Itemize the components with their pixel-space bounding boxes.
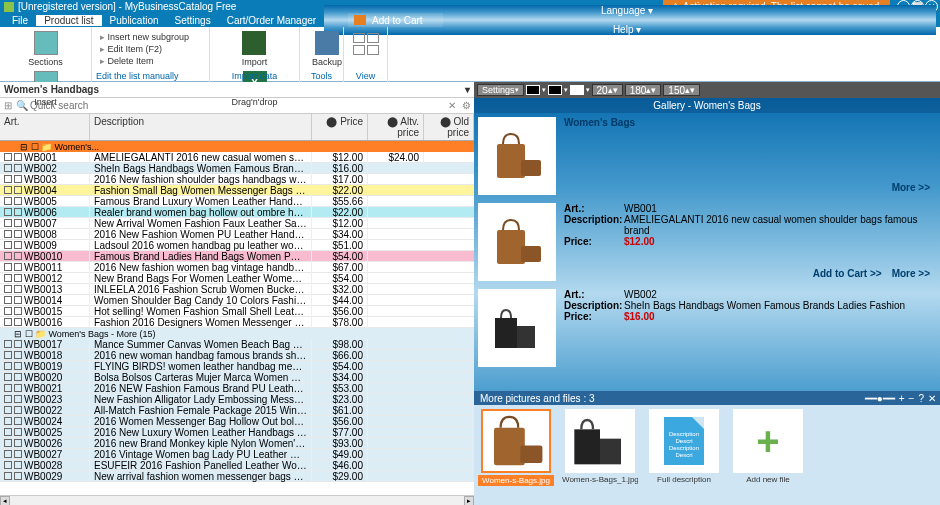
- language-menu[interactable]: Language ▾: [601, 5, 653, 16]
- color-swatch[interactable]: [526, 85, 540, 95]
- table-row[interactable]: WB00252016 New Luxury Women Leather Hand…: [0, 427, 474, 438]
- table-row[interactable]: WB00242016 Women Messenger Bag Hollow Ou…: [0, 416, 474, 427]
- h-scrollbar[interactable]: ◂ ▸: [0, 495, 474, 505]
- insert-subgroup-item[interactable]: Insert new subgroup: [100, 31, 189, 43]
- table-row[interactable]: WB0015Hot selling! Women Fashion Small S…: [0, 306, 474, 317]
- zoom-slider[interactable]: ━━●━━: [865, 393, 895, 404]
- thumb-item[interactable]: Description Descri Description DescriFul…: [646, 409, 722, 501]
- view-opt-icon[interactable]: [353, 33, 365, 43]
- expand-all-icon[interactable]: ⊞: [2, 100, 14, 112]
- gallery-thumb[interactable]: [478, 203, 556, 281]
- menu-settings[interactable]: Settings: [167, 15, 219, 26]
- table-row[interactable]: WB0032016 New fashion shoulder bags hand…: [0, 174, 474, 185]
- col-price[interactable]: ⬤ Price: [312, 114, 368, 140]
- table-row[interactable]: WB0010Famous Brand Ladies Hand Bags Wome…: [0, 251, 474, 262]
- table-row[interactable]: WB0022All-Match Fashion Female Package 2…: [0, 405, 474, 416]
- section-row[interactable]: ⊟ ☐ 📁 Women's Bags - More (15): [0, 328, 474, 339]
- spin-input[interactable]: 150 ▴▾: [663, 84, 700, 96]
- svg-rect-0: [497, 144, 525, 178]
- clear-search-icon[interactable]: ✕: [446, 100, 458, 112]
- thumb-item[interactable]: Women-s-Bags.jpg: [478, 409, 554, 501]
- col-old-price[interactable]: ⬤ Old price: [424, 114, 474, 140]
- table-row[interactable]: WB0012New Brand Bags For Women Leather W…: [0, 273, 474, 284]
- category-header[interactable]: Women's Handbags: [0, 82, 474, 98]
- ribbon: Sections Insert Insert new subgroup Edit…: [0, 27, 940, 82]
- table-row[interactable]: WB007New Arrival Women Fashion Faux Leat…: [0, 218, 474, 229]
- spin-input[interactable]: 180 ▴▾: [625, 84, 662, 96]
- thumbs-header: More pictures and files : 3 ━━●━━ + − ? …: [474, 391, 940, 405]
- menu-publication[interactable]: Publication: [102, 15, 167, 26]
- table-row[interactable]: WB005Famous Brand Luxury Women Leather H…: [0, 196, 474, 207]
- group-tools-label: Tools: [300, 71, 343, 81]
- table-row[interactable]: WB0023New Fashion Alligator Lady Embossi…: [0, 394, 474, 405]
- table-row[interactable]: WB002SheIn Bags Handbags Women Famous Br…: [0, 163, 474, 174]
- table-row[interactable]: WB0082016 New Fashion Women PU Leather H…: [0, 229, 474, 240]
- col-art[interactable]: Art.: [0, 114, 90, 140]
- color-swatch[interactable]: [570, 85, 584, 95]
- table-row[interactable]: WB0013INLEELA 2016 Fashion Scrub Women B…: [0, 284, 474, 295]
- table-row[interactable]: WB006Realer brand women bag hollow out o…: [0, 207, 474, 218]
- delete-item[interactable]: Delete Item: [100, 55, 189, 67]
- scroll-right-icon[interactable]: ▸: [464, 496, 474, 505]
- color-swatch[interactable]: [548, 85, 562, 95]
- sections-button[interactable]: Sections: [28, 31, 63, 67]
- add-to-cart-button[interactable]: Add to Cart: [348, 13, 443, 27]
- group-view-label: View: [344, 71, 387, 81]
- table-row[interactable]: WB0014Women Shoulder Bag Candy 10 Colors…: [0, 295, 474, 306]
- gallery-thumb[interactable]: [478, 117, 556, 195]
- help-icon[interactable]: ?: [918, 393, 924, 404]
- table-row[interactable]: WB0020Bolsa Bolsos Carteras Mujer Marca …: [0, 372, 474, 383]
- svg-rect-6: [494, 428, 525, 465]
- backup-button[interactable]: Backup: [312, 31, 342, 67]
- thumb-item[interactable]: +Add new file: [730, 409, 806, 501]
- table-row[interactable]: WB0029New arrival fashion women messenge…: [0, 471, 474, 482]
- menu-file[interactable]: File: [4, 15, 36, 26]
- view-opt-icon[interactable]: [367, 45, 379, 55]
- add-to-cart-link[interactable]: Add to Cart >>: [813, 268, 882, 279]
- app-icon: [4, 2, 14, 12]
- table-row[interactable]: WB0016Fashion 2016 Designers Women Messe…: [0, 317, 474, 328]
- table-row[interactable]: WB001AMELIEGALANTI 2016 new casual women…: [0, 152, 474, 163]
- view-opt-icon[interactable]: [367, 33, 379, 43]
- table-row[interactable]: WB0019FLYING BIRDS! women leather handba…: [0, 361, 474, 372]
- col-desc[interactable]: Description: [90, 114, 312, 140]
- gallery-panel: Settings ▾ ▾ ▾ 20 ▴▾ 180 ▴▾ 150 ▴▾ Galle…: [474, 82, 940, 505]
- table-row[interactable]: WB00212016 NEW Fashion Famous Brand PU L…: [0, 383, 474, 394]
- table-row[interactable]: WB00262016 new Brand Monkey kiple Nylon …: [0, 438, 474, 449]
- thumbs-strip: Women-s-Bags.jpgWomen-s-Bags_1.jpgDescri…: [474, 405, 940, 505]
- settings-dropdown[interactable]: Settings: [477, 84, 524, 96]
- zoom-in-icon[interactable]: +: [899, 393, 905, 404]
- more-link[interactable]: More >>: [892, 268, 930, 279]
- svg-rect-3: [521, 246, 541, 262]
- gallery-toolbar: Settings ▾ ▾ ▾ 20 ▴▾ 180 ▴▾ 150 ▴▾: [474, 82, 940, 98]
- edit-list-link[interactable]: Edit the list manually: [92, 71, 209, 81]
- table-row[interactable]: WB0017Mance Summer Canvas Women Beach Ba…: [0, 339, 474, 350]
- table-row[interactable]: WB00112016 New fashion women bag vintage…: [0, 262, 474, 273]
- help-menu[interactable]: Help ▾: [613, 24, 641, 35]
- gallery-thumb[interactable]: [478, 289, 556, 367]
- table-row[interactable]: WB00272016 Vintage Women bag Lady PU Lea…: [0, 449, 474, 460]
- gallery-item[interactable]: Women's BagsMore >>: [478, 117, 936, 195]
- spin-input[interactable]: 20 ▴▾: [592, 84, 623, 96]
- filter-icon[interactable]: ⚙: [460, 100, 472, 112]
- gallery-item[interactable]: Art.:WB001Description:AMELIEGALANTI 2016…: [478, 203, 936, 281]
- menubar: File Product list Publication Settings C…: [0, 13, 940, 27]
- scroll-left-icon[interactable]: ◂: [0, 496, 10, 505]
- table-row[interactable]: WB004Fashion Small Bag Women Messenger B…: [0, 185, 474, 196]
- table-row[interactable]: WB0028ESUFEIR 2016 Fashion Panelled Leat…: [0, 460, 474, 471]
- gallery-item[interactable]: Art.:WB002Description:SheIn Bags Handbag…: [478, 289, 936, 367]
- more-link[interactable]: More >>: [892, 182, 930, 193]
- zoom-out-icon[interactable]: −: [909, 393, 915, 404]
- view-opt-icon[interactable]: [353, 45, 365, 55]
- table-row[interactable]: WB009Ladsoul 2016 women handbag pu leath…: [0, 240, 474, 251]
- edit-item[interactable]: Edit Item (F2): [100, 43, 189, 55]
- menu-cart-order[interactable]: Cart/Order Manager: [219, 15, 324, 26]
- menu-product-list[interactable]: Product list: [36, 15, 101, 26]
- document-icon: Description Descri Description Descri: [664, 417, 704, 465]
- import-button[interactable]: Import: [242, 31, 268, 67]
- section-row[interactable]: ⊟ ☐ 📁 Women's...: [0, 141, 474, 152]
- table-row[interactable]: WB00182016 new woman handbag famous bran…: [0, 350, 474, 361]
- col-alt-price[interactable]: ⬤ Altv. price: [368, 114, 424, 140]
- thumb-item[interactable]: Women-s-Bags_1.jpg: [562, 409, 638, 501]
- close-thumbs-icon[interactable]: ✕: [928, 393, 936, 404]
